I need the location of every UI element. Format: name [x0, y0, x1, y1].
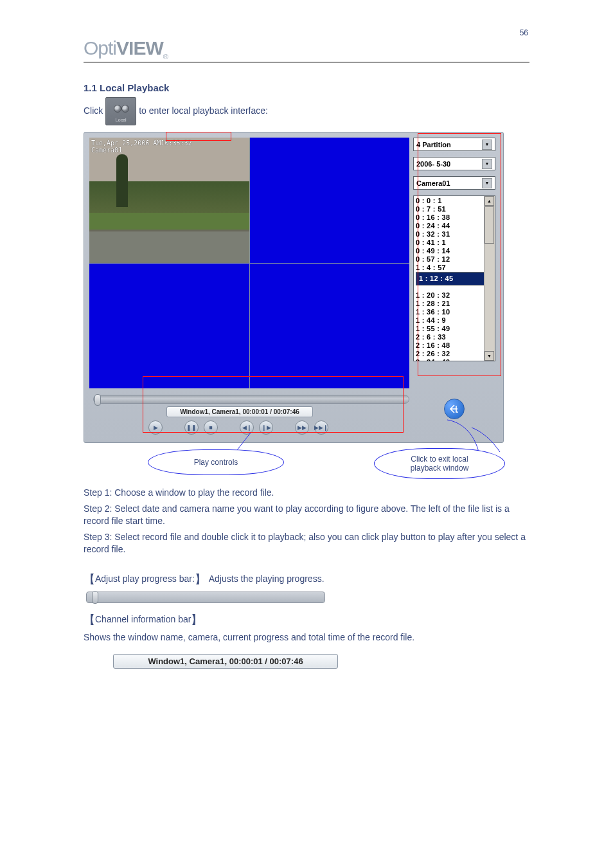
play-button[interactable]: ▶ — [148, 420, 163, 435]
callout-exit: Click to exit local playback window — [374, 448, 505, 479]
camera-select-value: Camera01 — [416, 179, 450, 187]
dropdown-arrow-icon: ▼ — [482, 178, 492, 188]
brand-logo: OptiVIEW® — [84, 37, 529, 60]
playback-controls: ▶ ❚❚ ■ ◀❙ ❙▶ ▶▶ ▶▶❙ — [148, 420, 328, 435]
right-panel: 4 Partition ▼ 2006- 5-30 ▼ Camera01 ▼ 0 … — [413, 138, 497, 361]
section-title-local-playback: 1.1 Local Playback — [84, 82, 529, 93]
list-item[interactable]: 1 : 55 : 49 — [416, 325, 483, 333]
channel-info-desc: Shows the window name, camera, current p… — [84, 631, 529, 644]
list-item[interactable]: 2 : 6 : 33 — [416, 333, 483, 341]
channel-info-bar: Window1, Camera1, 00:00:01 / 00:07:46 — [166, 406, 313, 417]
scrollbar[interactable]: ▲ ▼ — [484, 196, 495, 361]
pause-button[interactable]: ❚❚ — [184, 420, 199, 435]
video-quadrant-3[interactable] — [89, 263, 249, 388]
scroll-thumb[interactable] — [484, 206, 494, 244]
channel-info-bar-illustration: Window1, Camera1, 00:00:01 / 00:07:46 — [113, 654, 338, 669]
adjust-bar-desc: Adjusts the playing progress. — [209, 574, 324, 584]
partition-select-value: 4 Partition — [416, 141, 451, 149]
callout-text: Play controls — [194, 458, 238, 467]
partition-select[interactable]: 4 Partition ▼ — [413, 138, 495, 151]
video-grid: Tue,Apr 25,2006 AM10:35:32 Camera01 — [89, 138, 409, 388]
list-item[interactable]: 1 : 36 : 10 — [416, 308, 483, 316]
video-quadrant-1[interactable]: Tue,Apr 25,2006 AM10:35:32 Camera01 — [89, 138, 249, 263]
step-3-text: Step 3: Select record file and double cl… — [84, 531, 529, 556]
logo-mark: ® — [163, 53, 168, 60]
logo-part1: Opti — [84, 37, 116, 59]
step-1-text: Step 1: Choose a window to play the reco… — [84, 487, 529, 499]
step-forward-button[interactable]: ❙▶ — [259, 420, 273, 435]
progress-handle[interactable] — [94, 394, 101, 406]
callout-text-line1: Click to exit local — [411, 455, 468, 464]
list-item[interactable]: 0 : 41 : 1 — [416, 239, 483, 247]
list-item[interactable]: 1 : 20 : 32 — [416, 291, 483, 300]
list-item[interactable]: 1 : 4 : 57 — [416, 264, 483, 272]
channel-info-label: Channel information bar — [95, 614, 191, 624]
list-item[interactable]: 1 : 44 : 9 — [416, 316, 483, 325]
list-item[interactable]: 0 : 16 : 38 — [416, 213, 483, 222]
dropdown-arrow-icon: ▼ — [482, 140, 492, 150]
progress-handle — [92, 591, 98, 604]
callout-text-line2: playback window — [411, 464, 469, 473]
progress-bar-illustration — [86, 592, 325, 603]
date-select[interactable]: 2006- 5-30 ▼ — [413, 157, 495, 170]
exit-icon — [450, 404, 459, 413]
list-item[interactable]: 0 : 7 : 51 — [416, 205, 483, 213]
video-quadrant-2[interactable] — [249, 138, 409, 263]
step-back-button[interactable]: ◀❙ — [240, 420, 254, 435]
local-playback-window: Tue,Apr 25,2006 AM10:35:32 Camera01 4 Pa… — [84, 132, 504, 443]
adjust-bar-section: 【Adjust play progress bar:】 Adjusts the … — [84, 572, 529, 587]
record-file-list[interactable]: 0 : 0 : 10 : 7 : 510 : 16 : 380 : 24 : 4… — [413, 195, 495, 361]
step-2-text: Step 2: Select date and camera name you … — [84, 503, 529, 527]
local-playback-icon[interactable]: Local — [105, 97, 136, 125]
header-rule — [84, 62, 529, 63]
video-overlay-text: Tue,Apr 25,2006 AM10:35:32 Camera01 — [91, 140, 192, 154]
intro-text-click: Click — [84, 105, 103, 116]
player-window-wrap: Tue,Apr 25,2006 AM10:35:32 Camera01 4 Pa… — [84, 132, 504, 443]
list-item[interactable]: 1 : 28 : 21 — [416, 300, 483, 308]
list-item[interactable]: 0 : 0 : 1 — [416, 197, 483, 205]
intro-text-rest: to enter local playback interface: — [139, 105, 268, 116]
video-quadrant-4[interactable] — [249, 263, 409, 388]
local-icon-label: Local — [106, 117, 136, 123]
adjust-bar-label: Adjust play progress bar: — [95, 574, 195, 584]
fast-forward-button[interactable]: ▶▶ — [295, 420, 309, 435]
list-item[interactable]: 0 : 49 : 14 — [416, 247, 483, 255]
callout-play-controls: Play controls — [148, 449, 284, 475]
list-item[interactable]: 2 : 26 : 32 — [416, 350, 483, 358]
skip-forward-button[interactable]: ▶▶❙ — [314, 420, 328, 435]
page-number: 56 — [520, 28, 528, 37]
date-select-value: 2006- 5-30 — [416, 160, 450, 168]
scroll-up-button[interactable]: ▲ — [484, 196, 494, 206]
scroll-down-button[interactable]: ▼ — [484, 351, 494, 361]
list-item[interactable]: 2 : 34 : 49 — [416, 358, 483, 361]
list-item[interactable]: 0 : 57 : 12 — [416, 255, 483, 264]
progress-track[interactable] — [93, 395, 409, 404]
exit-button[interactable] — [444, 399, 465, 419]
logo-part2: VIEW — [116, 37, 163, 59]
list-item[interactable]: 2 : 16 : 48 — [416, 341, 483, 350]
stop-button[interactable]: ■ — [204, 420, 218, 435]
camera-select[interactable]: Camera01 ▼ — [413, 176, 495, 190]
channel-info-section: 【Channel information bar】 — [84, 612, 529, 628]
intro-paragraph: Click Local to enter local playback inte… — [84, 97, 529, 125]
dropdown-arrow-icon: ▼ — [482, 159, 492, 169]
list-item[interactable]: 0 : 32 : 31 — [416, 230, 483, 239]
list-item[interactable]: 0 : 24 : 44 — [416, 222, 483, 230]
